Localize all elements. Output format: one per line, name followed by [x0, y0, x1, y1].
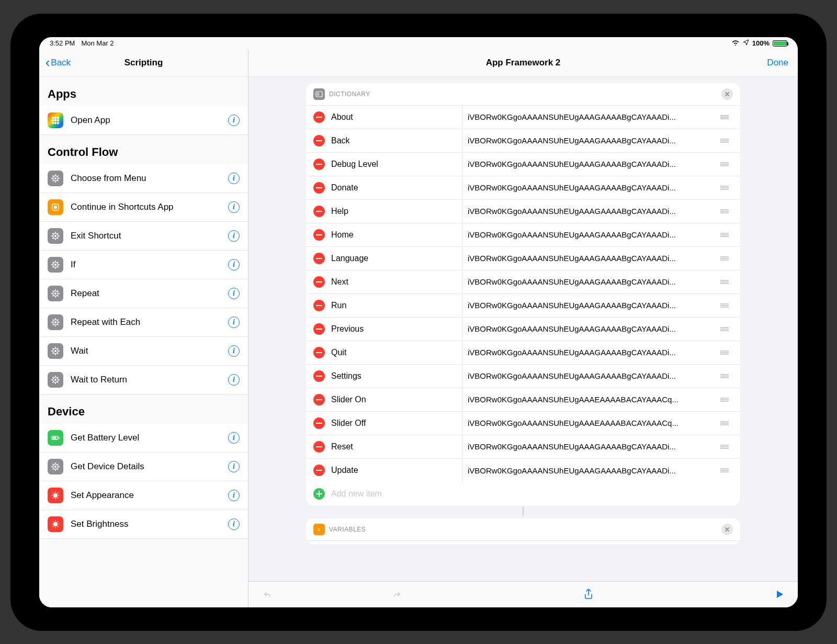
done-button[interactable]: Done	[767, 58, 788, 68]
drag-handle-icon[interactable]	[719, 420, 734, 426]
dictionary-key[interactable]: Home	[331, 230, 462, 240]
dictionary-value[interactable]: iVBORw0KGgoAAAANSUhEUgAAAGAAAABgCAYAAADi…	[462, 294, 719, 317]
dictionary-value[interactable]: iVBORw0KGgoAAAANSUhEUgAAAGAAAABgCAYAAADi…	[462, 459, 719, 482]
remove-row-button[interactable]	[313, 441, 325, 453]
drag-handle-icon[interactable]	[719, 326, 734, 332]
sidebar-item-get-battery[interactable]: Get Battery Leveli	[39, 424, 248, 453]
info-button[interactable]: i	[228, 461, 240, 472]
sidebar-item-repeat[interactable]: Repeati	[39, 279, 248, 308]
dictionary-key[interactable]: Donate	[331, 183, 462, 193]
drag-handle-icon[interactable]	[719, 185, 734, 191]
sidebar-item-choose-from-menu[interactable]: Choose from Menui	[39, 164, 248, 193]
run-button[interactable]	[772, 586, 787, 602]
dictionary-key[interactable]: Previous	[331, 324, 462, 334]
info-button[interactable]: i	[228, 345, 240, 357]
share-button[interactable]	[581, 586, 596, 602]
remove-row-button[interactable]	[313, 229, 325, 241]
remove-row-button[interactable]	[313, 276, 325, 288]
dictionary-value[interactable]: iVBORw0KGgoAAAANSUhEUgAAAEAAAABACAYAAACq…	[462, 412, 719, 435]
remove-row-button[interactable]	[313, 300, 325, 311]
dictionary-value[interactable]: iVBORw0KGgoAAAANSUhEUgAAAGAAAABgCAYAAADi…	[462, 365, 719, 388]
remove-row-button[interactable]	[313, 253, 325, 264]
dictionary-key[interactable]: Debug Level	[331, 160, 462, 169]
dictionary-value[interactable]: iVBORw0KGgoAAAANSUhEUgAAAGAAAABgCAYAAADi…	[462, 106, 719, 129]
info-button[interactable]: i	[228, 374, 240, 386]
sidebar-item-exit-shortcut[interactable]: Exit Shortcuti	[39, 222, 248, 251]
dictionary-value[interactable]: iVBORw0KGgoAAAANSUhEUgAAAGAAAABgCAYAAADi…	[462, 247, 719, 270]
sidebar-item-wait[interactable]: Waiti	[39, 337, 248, 366]
sidebar-item-wait-return[interactable]: Wait to Returni	[39, 366, 248, 394]
dictionary-value[interactable]: iVBORw0KGgoAAAANSUhEUgAAAGAAAABgCAYAAADi…	[462, 129, 719, 152]
remove-row-button[interactable]	[313, 417, 325, 429]
info-button[interactable]: i	[228, 115, 240, 126]
sidebar-item-set-brightness[interactable]: Set Brightnessi	[39, 510, 248, 539]
dictionary-value[interactable]: iVBORw0KGgoAAAANSUhEUgAAAGAAAABgCAYAAADi…	[462, 223, 719, 246]
drag-handle-icon[interactable]	[719, 444, 734, 450]
dictionary-key[interactable]: Update	[331, 466, 462, 475]
info-button[interactable]: i	[228, 432, 240, 444]
remove-row-button[interactable]	[313, 370, 325, 382]
drag-handle-icon[interactable]	[719, 349, 734, 356]
dictionary-value[interactable]: iVBORw0KGgoAAAANSUhEUgAAAGAAAABgCAYAAADi…	[462, 270, 719, 293]
remove-row-button[interactable]	[313, 347, 325, 358]
dictionary-key[interactable]: Slider Off	[331, 419, 462, 428]
dictionary-value[interactable]: iVBORw0KGgoAAAANSUhEUgAAAGAAAABgCAYAAADi…	[462, 176, 719, 199]
dictionary-key[interactable]: Run	[331, 301, 462, 310]
sidebar-item-set-appearance[interactable]: Set Appearancei	[39, 481, 248, 510]
drag-handle-icon[interactable]	[719, 279, 734, 285]
sidebar-item-open-app[interactable]: Open Appi	[39, 106, 248, 135]
drag-handle-icon[interactable]	[719, 114, 734, 120]
dictionary-value[interactable]: iVBORw0KGgoAAAANSUhEUgAAAEAAAABACAYAAACq…	[462, 388, 719, 411]
info-button[interactable]: i	[228, 201, 240, 213]
dictionary-key[interactable]: Settings	[331, 371, 462, 381]
dictionary-value[interactable]: iVBORw0KGgoAAAANSUhEUgAAAGAAAABgCAYAAADi…	[462, 200, 719, 223]
info-button[interactable]: i	[228, 259, 240, 270]
remove-action-button[interactable]	[721, 88, 733, 100]
add-item-button[interactable]	[313, 488, 325, 500]
dictionary-key[interactable]: Language	[331, 254, 462, 263]
dictionary-value[interactable]: iVBORw0KGgoAAAANSUhEUgAAAGAAAABgCAYAAADi…	[462, 153, 719, 176]
dictionary-key[interactable]: Help	[331, 207, 462, 216]
sidebar-item-if[interactable]: Ifi	[39, 251, 248, 279]
dictionary-key[interactable]: Quit	[331, 348, 462, 357]
drag-handle-icon[interactable]	[719, 232, 734, 238]
sidebar-item-get-device-details[interactable]: Get Device Detailsi	[39, 453, 248, 481]
drag-handle-icon[interactable]	[719, 255, 734, 262]
dictionary-key[interactable]: Next	[331, 277, 462, 287]
dictionary-value[interactable]: iVBORw0KGgoAAAANSUhEUgAAAGAAAABgCAYAAADi…	[462, 318, 719, 341]
remove-row-button[interactable]	[313, 394, 325, 405]
drag-handle-icon[interactable]	[719, 467, 734, 473]
info-button[interactable]: i	[228, 490, 240, 501]
info-button[interactable]: i	[228, 173, 240, 184]
remove-action-button[interactable]	[721, 524, 733, 535]
drag-handle-icon[interactable]	[719, 302, 734, 309]
remove-row-button[interactable]	[313, 159, 325, 170]
undo-button[interactable]	[259, 586, 275, 602]
dictionary-key[interactable]: About	[331, 112, 462, 122]
dictionary-key[interactable]: Reset	[331, 442, 462, 451]
sidebar-item-repeat-each[interactable]: Repeat with Eachi	[39, 308, 248, 337]
remove-row-button[interactable]	[313, 206, 325, 217]
info-button[interactable]: i	[228, 288, 240, 299]
dictionary-key[interactable]: Back	[331, 136, 462, 145]
dictionary-value[interactable]: iVBORw0KGgoAAAANSUhEUgAAAGAAAABgCAYAAADi…	[462, 341, 719, 364]
remove-row-button[interactable]	[313, 182, 325, 194]
remove-row-button[interactable]	[313, 465, 325, 476]
drag-handle-icon[interactable]	[719, 208, 734, 214]
info-button[interactable]: i	[228, 317, 240, 328]
remove-row-button[interactable]	[313, 111, 325, 123]
drag-handle-icon[interactable]	[719, 397, 734, 403]
dictionary-key[interactable]: Slider On	[331, 395, 462, 404]
back-button[interactable]: ‹ Back	[46, 58, 71, 68]
drag-handle-icon[interactable]	[719, 373, 734, 379]
drag-handle-icon[interactable]	[719, 161, 734, 167]
info-button[interactable]: i	[228, 230, 240, 242]
drag-handle-icon[interactable]	[719, 138, 734, 144]
dictionary-value[interactable]: iVBORw0KGgoAAAANSUhEUgAAAGAAAABgCAYAAADi…	[462, 435, 719, 458]
remove-row-button[interactable]	[313, 135, 325, 146]
redo-button[interactable]	[390, 586, 405, 602]
sidebar-item-continue-shortcuts[interactable]: Continue in Shortcuts Appi	[39, 193, 248, 222]
remove-row-button[interactable]	[313, 323, 325, 335]
info-button[interactable]: i	[228, 518, 240, 530]
add-item-placeholder[interactable]: Add new item	[331, 489, 382, 499]
